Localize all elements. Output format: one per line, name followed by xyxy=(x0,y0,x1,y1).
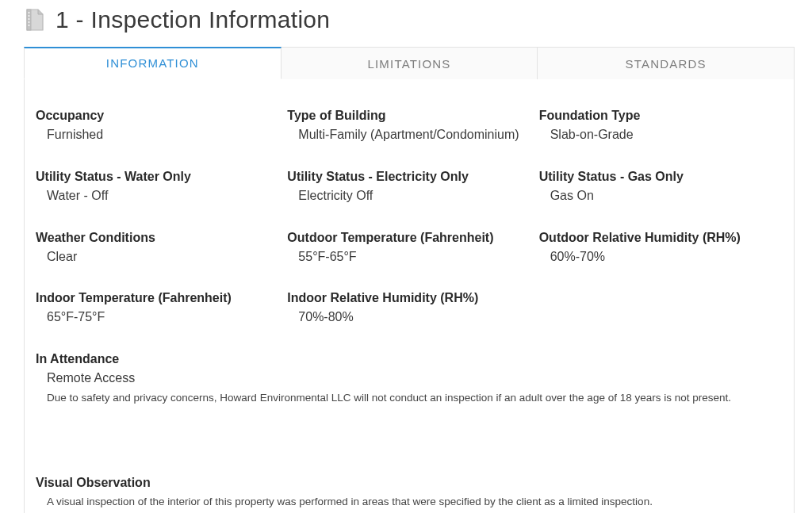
field-value: 60%-70% xyxy=(539,247,783,267)
field-value: Water - Off xyxy=(36,186,279,206)
field-value: Clear xyxy=(36,247,279,267)
field-outdoor-rh: Outdoor Relative Humidity (RH%) 60%-70% xyxy=(539,228,783,267)
field-value: Multi-Family (Apartment/Condominium) xyxy=(287,125,530,145)
field-label: Utility Status - Electricity Only xyxy=(287,167,530,186)
field-utility-electricity: Utility Status - Electricity Only Electr… xyxy=(287,167,530,206)
field-value: 55°F-65°F xyxy=(287,247,530,267)
field-visual-observation: Visual Observation A visual inspection o… xyxy=(36,473,783,511)
page-title: 1 - Inspection Information xyxy=(56,6,330,33)
document-icon xyxy=(24,9,44,31)
field-label: Weather Conditions xyxy=(36,228,279,247)
tabs: INFORMATION LIMITATIONS STANDARDS xyxy=(24,46,795,79)
field-foundation-type: Foundation Type Slab-on-Grade xyxy=(539,106,783,145)
svg-point-5 xyxy=(29,25,30,26)
tab-limitations[interactable]: LIMITATIONS xyxy=(282,47,538,79)
field-value: Slab-on-Grade xyxy=(539,125,783,145)
field-label: Utility Status - Gas Only xyxy=(539,167,783,186)
header: 1 - Inspection Information xyxy=(24,6,795,33)
field-utility-gas: Utility Status - Gas Only Gas On xyxy=(539,167,783,206)
field-value: Electricity Off xyxy=(287,186,530,206)
field-label: Type of Building xyxy=(287,106,530,125)
field-blank xyxy=(539,289,783,327)
field-label: Occupancy xyxy=(36,106,279,125)
field-label: Visual Observation xyxy=(36,473,783,492)
field-value: Gas On xyxy=(539,186,783,206)
field-weather: Weather Conditions Clear xyxy=(36,228,279,267)
section-gap xyxy=(36,429,783,451)
svg-point-4 xyxy=(29,21,30,23)
svg-point-3 xyxy=(29,18,30,20)
field-value: Remote Access xyxy=(36,369,783,389)
field-label: Outdoor Temperature (Fahrenheit) xyxy=(287,228,530,247)
field-label: Indoor Temperature (Fahrenheit) xyxy=(36,289,279,308)
field-label: Outdoor Relative Humidity (RH%) xyxy=(539,228,783,247)
field-label: In Attendance xyxy=(36,350,783,369)
field-in-attendance: In Attendance Remote Access Due to safet… xyxy=(36,350,783,407)
field-indoor-rh: Indoor Relative Humidity (RH%) 70%-80% xyxy=(287,289,530,327)
tab-standards[interactable]: STANDARDS xyxy=(538,47,795,79)
panel-information: Occupancy Furnished Type of Building Mul… xyxy=(24,79,795,513)
field-type-of-building: Type of Building Multi-Family (Apartment… xyxy=(287,106,530,145)
svg-point-2 xyxy=(29,15,30,17)
field-value: Furnished xyxy=(36,125,279,145)
field-note: A visual inspection of the interior of t… xyxy=(36,494,783,511)
field-occupancy: Occupancy Furnished xyxy=(36,106,279,145)
field-label: Indoor Relative Humidity (RH%) xyxy=(287,289,530,308)
field-utility-water: Utility Status - Water Only Water - Off xyxy=(36,167,279,206)
tab-information[interactable]: INFORMATION xyxy=(24,47,282,79)
field-outdoor-temp: Outdoor Temperature (Fahrenheit) 55°F-65… xyxy=(287,228,530,267)
field-value: 65°F-75°F xyxy=(36,308,279,327)
field-note: Due to safety and privacy concerns, Howa… xyxy=(36,390,783,407)
field-value: 70%-80% xyxy=(287,308,530,327)
svg-point-1 xyxy=(29,12,30,13)
field-indoor-temp: Indoor Temperature (Fahrenheit) 65°F-75°… xyxy=(36,289,279,327)
field-label: Foundation Type xyxy=(539,106,783,125)
field-label: Utility Status - Water Only xyxy=(36,167,279,186)
